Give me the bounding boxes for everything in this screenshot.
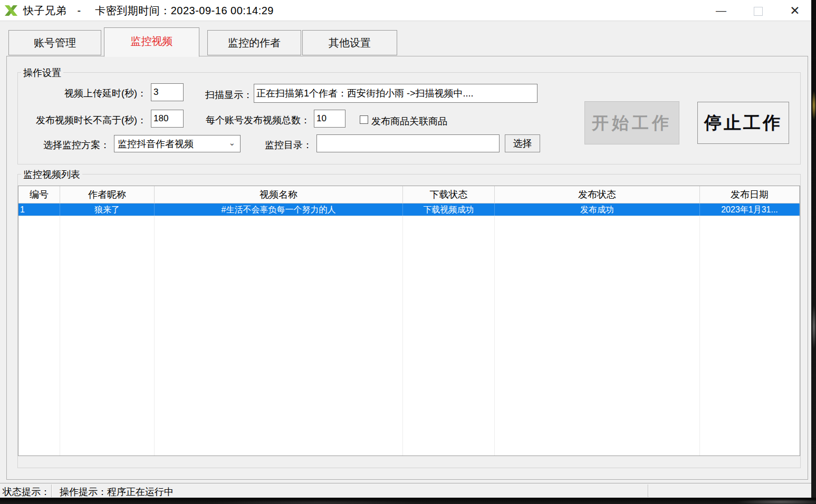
desktop-edge-right — [811, 0, 816, 504]
row-cell-publish-date: 2023年1月31... — [700, 203, 800, 216]
video-list-legend: 监控视频列表 — [21, 168, 82, 181]
title-bar: 快子兄弟 - 卡密到期时间：2023-09-16 00:14:29 — ✕ — [0, 0, 811, 21]
per-account-total-label: 每个账号发布视频总数： — [199, 114, 310, 127]
row-cell-download-status: 下载视频成功 — [403, 203, 495, 216]
window-title: 快子兄弟 - 卡密到期时间：2023-09-16 00:14:29 — [23, 4, 274, 18]
status-separator — [51, 484, 52, 497]
col-header-download-status[interactable]: 下载状态 — [403, 186, 495, 203]
upload-delay-label: 视频上传延时(秒)： — [31, 87, 147, 100]
stop-work-button[interactable]: 停止工作 — [697, 102, 789, 144]
upload-delay-input[interactable] — [151, 83, 184, 101]
start-work-button[interactable]: 开始工作 — [584, 101, 679, 144]
status-bar: 状态提示： 操作提示：程序正在运行中 — [0, 483, 811, 498]
tab-monitored-authors[interactable]: 监控的作者 — [207, 30, 301, 55]
tab-other-settings[interactable]: 其他设置 — [302, 30, 397, 55]
scheme-selected-value: 监控抖音作者视频 — [118, 139, 194, 149]
empty-grid-area — [18, 216, 800, 455]
desktop-edge-bottom — [0, 498, 816, 504]
operation-hint-label: 操作提示：程序正在运行中 — [60, 486, 174, 498]
tab-account-management[interactable]: 账号管理 — [8, 30, 101, 55]
monitor-dir-input[interactable] — [316, 134, 500, 152]
status-hint-label: 状态提示： — [3, 486, 50, 498]
scheme-select[interactable]: 监控抖音作者视频 ⌄ — [114, 135, 241, 152]
row-cell-author: 狼来了 — [60, 203, 155, 216]
row-cell-publish-status: 发布成功 — [495, 203, 700, 216]
scan-display-input[interactable] — [254, 84, 537, 103]
max-duration-input[interactable] — [151, 110, 184, 128]
chevron-down-icon: ⌄ — [228, 138, 235, 148]
col-header-video-name[interactable]: 视频名称 — [155, 186, 403, 203]
scan-display-label: 扫描显示： — [205, 89, 253, 101]
minimize-button[interactable]: — — [705, 0, 737, 21]
col-header-author[interactable]: 作者昵称 — [60, 186, 155, 203]
monitor-dir-label: 监控目录： — [265, 139, 312, 151]
col-header-id[interactable]: 编号 — [18, 186, 60, 203]
col-header-publish-date[interactable]: 发布日期 — [700, 186, 800, 203]
choose-dir-button[interactable]: 选择 — [505, 134, 540, 152]
table-row-selected[interactable]: 1 狼来了 #生活不会辜负每一个努力的人 下载视频成功 发布成功 2023年1月… — [18, 203, 800, 216]
maximize-button[interactable] — [742, 0, 774, 21]
app-logo-icon — [4, 4, 18, 17]
goods-link-checkbox[interactable] — [360, 115, 368, 124]
video-table-header: 编号 作者昵称 视频名称 下载状态 发布状态 发布日期 — [18, 186, 800, 203]
app-window: 快子兄弟 - 卡密到期时间：2023-09-16 00:14:29 — ✕ 账号… — [0, 0, 811, 498]
close-button[interactable]: ✕ — [779, 0, 811, 21]
maximize-icon — [754, 7, 763, 16]
col-header-publish-status[interactable]: 发布状态 — [495, 186, 700, 203]
status-separator — [648, 484, 648, 497]
max-duration-label: 发布视频时长不高于(秒)： — [20, 114, 147, 127]
video-table: 编号 作者昵称 视频名称 下载状态 发布状态 发布日期 1 狼来了 #生活不会辜… — [18, 186, 800, 456]
row-cell-video-name: #生活不会辜负每一个努力的人 — [155, 203, 403, 216]
tab-monitor-videos[interactable]: 监控视频 — [104, 27, 199, 57]
goods-link-checkbox-label: 发布商品关联商品 — [371, 115, 447, 128]
operation-settings-legend: 操作设置 — [21, 66, 63, 79]
per-account-total-input[interactable] — [314, 110, 345, 128]
scheme-label: 选择监控方案： — [31, 139, 110, 151]
row-cell-id: 1 — [18, 203, 60, 216]
